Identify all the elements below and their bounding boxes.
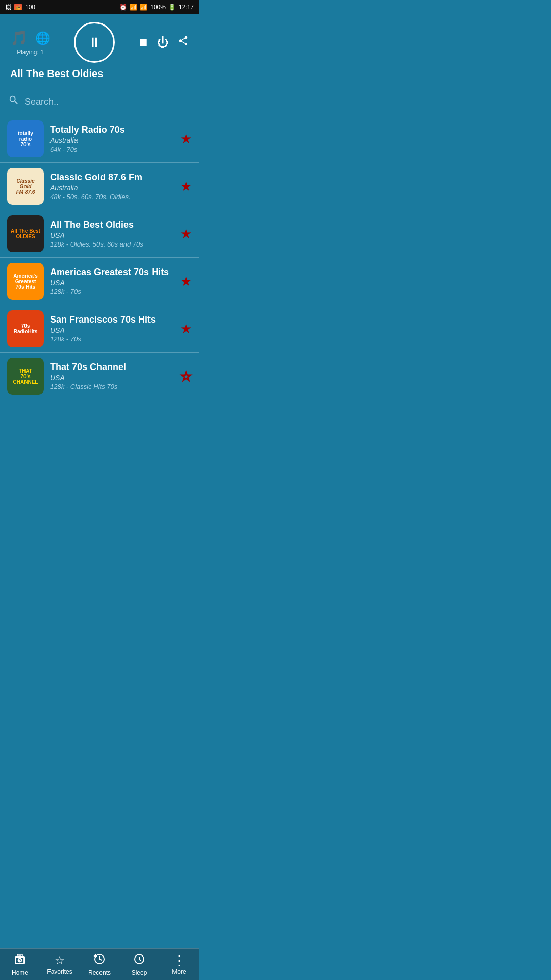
right-controls: ⏹ ⏻ [138,35,189,50]
station-info: San Franciscos 70s HitsUSA128k - 70s [50,314,174,343]
station-info: That 70s ChannelUSA128k - Classic Hits 7… [50,362,174,390]
photo-icon: 🖼 [5,4,11,11]
stop-button[interactable]: ⏹ [138,36,149,49]
station-country: Australia [50,136,174,144]
station-meta: 128k - Oldies. 50s. 60s and 70s [50,240,174,248]
station-info: All The Best OldiesUSA128k - Oldies. 50s… [50,219,174,248]
station-country: USA [50,326,174,334]
now-playing-title: All The Best Oldies [10,63,189,83]
wifi-icon: 📶 [130,4,137,11]
favorite-star[interactable]: ☆ [180,369,192,384]
battery-count: 100 [25,4,35,11]
station-name: That 70s Channel [50,362,174,373]
station-country: USA [50,374,174,382]
station-item[interactable]: ClassicGoldFM 87.6Classic Gold 87.6 FmAu… [0,163,199,210]
station-item[interactable]: totallyradio70'sTotally Radio 70sAustral… [0,115,199,163]
favorite-star[interactable]: ★ [180,274,192,289]
station-item[interactable]: 70sRadioHitsSan Franciscos 70s HitsUSA12… [0,305,199,353]
station-name: Classic Gold 87.6 Fm [50,172,174,183]
player-area: 🎵 🌐 Playing: 1 ⏸ ⏹ ⏻ All The Best Oldies [0,14,199,88]
music-icon[interactable]: 🎵 [10,30,28,46]
battery-pct: 100% [150,4,166,11]
station-meta: 48k - 50s. 60s. 70s. Oldies. [50,193,174,201]
station-country: Australia [50,184,174,192]
station-meta: 64k - 70s [50,145,174,153]
battery-icon: 🔋 [168,4,176,11]
status-bar: 🖼 📻 100 ⏰ 📶 📶 100% 🔋 12:17 [0,0,199,14]
station-name: Americas Greatest 70s Hits [50,267,174,278]
favorite-star[interactable]: ★ [180,226,192,242]
left-controls: 🎵 🌐 Playing: 1 [10,30,51,56]
station-logo: totallyradio70's [7,120,44,157]
globe-icon[interactable]: 🌐 [35,31,51,45]
station-info: Americas Greatest 70s HitsUSA128k - 70s [50,267,174,296]
search-bar [0,88,199,115]
clock: 12:17 [179,4,194,11]
station-country: USA [50,231,174,239]
pause-icon: ⏸ [87,34,102,51]
alarm-icon: ⏰ [119,4,127,11]
power-button[interactable]: ⏻ [157,35,169,50]
station-meta: 128k - Classic Hits 70s [50,383,174,390]
favorite-star[interactable]: ★ [180,179,192,194]
station-meta: 128k - 70s [50,335,174,343]
station-item[interactable]: America'sGreatest70s HitsAmericas Greate… [0,258,199,305]
search-icon [8,94,19,109]
station-name: San Franciscos 70s Hits [50,314,174,325]
station-name: Totally Radio 70s [50,125,174,135]
favorite-star[interactable]: ★ [180,131,192,147]
pause-button[interactable]: ⏸ [74,22,115,63]
station-info: Classic Gold 87.6 FmAustralia48k - 50s. … [50,172,174,201]
station-meta: 128k - 70s [50,288,174,296]
station-item[interactable]: All The BestOLDIESAll The Best OldiesUSA… [0,210,199,258]
radio-icon: 📻 [14,4,22,10]
station-logo: 70sRadioHits [7,310,44,347]
share-button[interactable] [178,35,189,50]
player-controls-row: 🎵 🌐 Playing: 1 ⏸ ⏹ ⏻ [10,22,189,63]
station-logo: All The BestOLDIES [7,215,44,252]
status-left: 🖼 📻 100 [5,4,35,11]
station-logo: THAT70'sCHANNEL [7,358,44,395]
playing-label: Playing: 1 [17,48,44,56]
station-logo: ClassicGoldFM 87.6 [7,168,44,205]
favorite-star[interactable]: ★ [180,321,192,337]
status-right: ⏰ 📶 📶 100% 🔋 12:17 [119,4,194,11]
search-input[interactable] [24,96,191,107]
station-item[interactable]: THAT70'sCHANNELThat 70s ChannelUSA128k -… [0,353,199,400]
station-list: totallyradio70'sTotally Radio 70sAustral… [0,115,199,400]
signal-icon: 📶 [140,4,147,11]
station-info: Totally Radio 70sAustralia64k - 70s [50,125,174,153]
station-logo: America'sGreatest70s Hits [7,263,44,300]
station-name: All The Best Oldies [50,219,174,230]
station-country: USA [50,279,174,287]
